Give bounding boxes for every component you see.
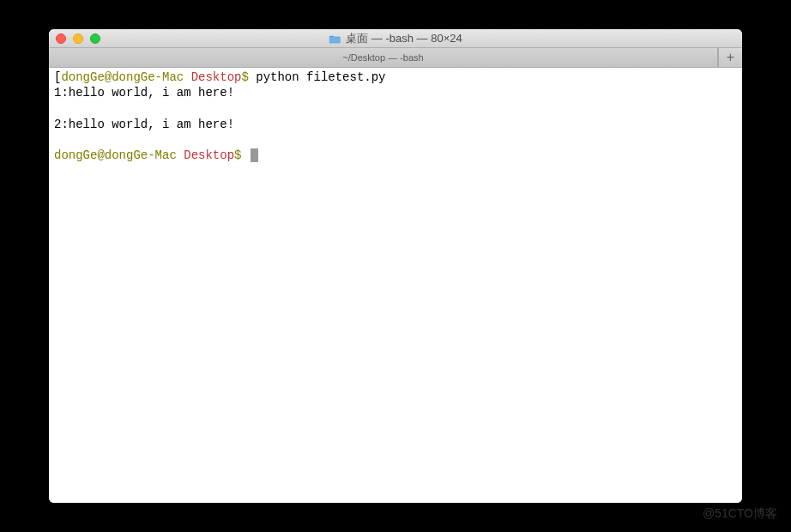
folder-icon — [329, 33, 341, 43]
command-text: python filetest.py — [256, 70, 385, 84]
prompt-directory-2: Desktop — [184, 148, 234, 162]
terminal-line-prompt: dongGe@dongGe-Mac Desktop$ — [54, 148, 737, 163]
window-title: 桌面 — -bash — 80×24 — [346, 31, 462, 46]
tab-label: ~/Desktop — -bash — [342, 52, 423, 63]
terminal-output-1: 1:hello world, i am here! — [54, 85, 737, 100]
tabbar: ~/Desktop — -bash + — [49, 48, 742, 68]
maximize-button[interactable] — [90, 33, 100, 44]
terminal-blank-2 — [54, 132, 737, 148]
prompt-symbol: $ — [241, 70, 248, 84]
plus-icon: + — [727, 50, 734, 65]
close-button[interactable] — [56, 33, 66, 44]
prompt-user-host-2: dongGe@dongGe-Mac — [54, 148, 177, 162]
traffic-lights — [56, 33, 100, 44]
prompt-user-host: dongGe@dongGe-Mac — [61, 70, 184, 84]
watermark: @51CTO博客 — [703, 506, 777, 522]
cursor — [251, 148, 258, 162]
terminal-output-2: 2:hello world, i am here! — [54, 117, 737, 132]
titlebar[interactable]: 桌面 — -bash — 80×24 — [49, 29, 742, 48]
terminal-line-1: [dongGe@dongGe-Mac Desktop$ python filet… — [54, 70, 737, 85]
terminal-blank-1 — [54, 100, 737, 116]
tab-desktop-bash[interactable]: ~/Desktop — -bash — [49, 48, 718, 67]
terminal-window: 桌面 — -bash — 80×24 ~/Desktop — -bash + [… — [49, 29, 742, 503]
prompt-directory: Desktop — [191, 70, 242, 84]
terminal-body[interactable]: [dongGe@dongGe-Mac Desktop$ python filet… — [49, 68, 742, 503]
window-title-group: 桌面 — -bash — 80×24 — [329, 31, 462, 46]
prompt-symbol-2: $ — [234, 148, 241, 162]
minimize-button[interactable] — [73, 33, 83, 44]
new-tab-button[interactable]: + — [718, 48, 742, 67]
